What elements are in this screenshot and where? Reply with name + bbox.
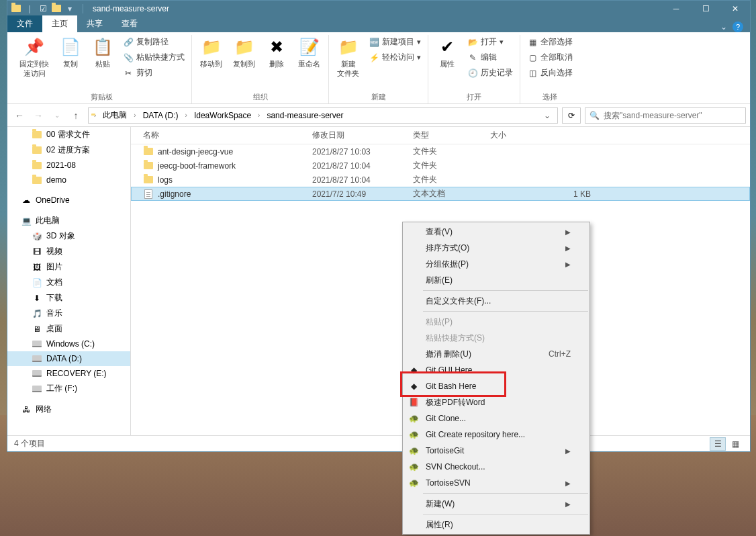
move-to-button[interactable]: 📁移动到 [196,35,226,70]
menu-item[interactable]: 刷新(E) [403,272,589,288]
file-row[interactable]: jeecg-boot-framework2021/8/27 10:04文件夹 [131,159,750,173]
edit-icon: ✎ [467,52,478,63]
chevron-right-icon[interactable]: › [184,111,189,119]
nav-item[interactable]: ⬇下载 [7,290,130,306]
nav-item[interactable]: 🎵音乐 [7,306,130,321]
open-button[interactable]: 📂打开 ▾ [465,35,516,49]
refresh-button[interactable]: ⟳ [562,107,581,124]
nav-item[interactable]: 🖥桌面 [7,321,130,337]
file-size: 1 KB [490,189,591,199]
menu-item[interactable]: 📕极速PDF转Word [403,394,589,410]
nav-item[interactable]: DATA (D:) [7,351,130,366]
nav-item[interactable]: 💻此电脑 [7,213,130,228]
tab-home[interactable]: 主页 [42,15,77,32]
breadcrumb-segment[interactable]: DATA (D:) [139,109,183,122]
drive-icon [32,353,42,364]
nav-item[interactable]: 🖼图片 [7,259,130,275]
nav-item[interactable]: ☁OneDrive [7,193,130,208]
menu-item[interactable]: 🐢Git Create repository here... [403,427,589,443]
address-box[interactable]: › 此电脑›DATA (D:)›IdeaWorkSpace›sand-measu… [88,107,558,124]
properties-button[interactable]: ✔属性 [432,35,462,70]
forward-button[interactable]: → [30,107,46,124]
breadcrumb-segment[interactable]: IdeaWorkSpace [190,109,255,122]
view-icons-button[interactable]: ▦ [727,437,743,451]
close-button[interactable]: ✕ [720,1,750,16]
menu-item[interactable]: ◆Git GUI Here [403,362,589,378]
file-row[interactable]: .gitignore2021/7/2 10:49文本文档1 KB [131,187,750,201]
view-details-button[interactable]: ☰ [710,437,726,451]
nav-item[interactable]: demo [7,173,130,187]
chevron-right-icon[interactable]: › [93,111,97,119]
qat-dropdown-icon[interactable]: ▾ [64,3,76,15]
easy-access-button[interactable]: ⚡轻松访问 ▾ [366,50,424,64]
new-folder-button[interactable]: 📁新建 文件夹 [333,35,363,79]
file-row[interactable]: ant-design-jeecg-vue2021/8/27 10:03文件夹 [131,144,750,159]
search-box[interactable]: 🔍 [585,107,746,124]
edit-button[interactable]: ✎编辑 [465,50,516,64]
menu-item[interactable]: 新建(W)▶ [403,496,589,512]
nav-item[interactable]: 📄文档 [7,275,130,290]
select-all-button[interactable]: ▦全部选择 [524,35,575,49]
nav-item[interactable]: 2021-08 [7,158,130,173]
column-header-type[interactable]: 类型 [413,130,490,141]
navigation-pane[interactable]: 00 需求文件02 进度方案2021-08demo☁OneDrive💻此电脑🎲3… [7,127,131,435]
tab-view[interactable]: 查看 [112,15,147,32]
maximize-button[interactable]: ☐ [691,1,720,16]
minimize-button[interactable]: ─ [661,1,691,16]
menu-item[interactable]: 🐢Git Clone... [403,410,589,427]
pin-quick-access-button[interactable]: 📌 固定到快 速访问 [15,35,53,79]
breadcrumb-segment[interactable]: sand-measure-server [263,109,347,122]
copy-button[interactable]: 📄 复制 [56,35,85,70]
menu-label: 自定义文件夹(F)... [426,296,491,307]
cut-button[interactable]: ✂剪切 [120,66,187,80]
nav-item[interactable]: RECOVERY (E:) [7,366,130,381]
group-label-open: 打开 [467,89,481,103]
history-button[interactable]: 🕘历史记录 [465,66,516,80]
copy-to-button[interactable]: 📁复制到 [229,35,259,70]
menu-item[interactable]: 属性(R) [403,517,589,533]
menu-item[interactable]: 🐢TortoiseGit▶ [403,443,589,459]
nav-item[interactable]: 00 需求文件 [7,127,130,142]
copy-path-button[interactable]: 🔗复制路径 [120,35,187,49]
breadcrumb-segment[interactable]: 此电脑 [99,108,131,122]
menu-item[interactable]: ◆Git Bash Here [403,378,589,394]
rename-button[interactable]: 📝重命名 [294,35,324,70]
folder-icon[interactable] [50,3,62,15]
back-button[interactable]: ← [11,107,28,124]
paste-button[interactable]: 📋 粘贴 [88,35,117,70]
menu-item[interactable]: 🐢SVN Checkout... [403,459,589,475]
nav-item[interactable]: 工作 (F:) [7,381,130,396]
paste-shortcut-button[interactable]: 📎粘贴快捷方式 [120,50,187,64]
new-item-button[interactable]: 🆕新建项目 ▾ [366,35,424,49]
column-header-date[interactable]: 修改日期 [312,130,413,141]
qat-checkbox-icon[interactable]: ☑ [37,3,49,15]
up-button[interactable]: ↑ [68,107,84,124]
search-input[interactable] [604,111,741,120]
invert-selection-button[interactable]: ◫反向选择 [524,66,575,80]
nav-item[interactable]: Windows (C:) [7,337,130,351]
recent-dropdown[interactable]: ⌄ [49,107,65,124]
file-row[interactable]: logs2021/8/27 10:04文件夹 [131,173,750,187]
menu-item[interactable]: 分组依据(P)▶ [403,256,589,272]
column-header-size[interactable]: 大小 [490,130,596,141]
column-header-name[interactable]: 名称 [143,130,312,141]
delete-button[interactable]: ✖删除 [262,35,291,70]
select-none-button[interactable]: ▢全部取消 [524,50,575,64]
menu-item[interactable]: 自定义文件夹(F)... [403,293,589,309]
menu-item[interactable]: 🐢TortoiseSVN▶ [403,475,589,491]
tab-file[interactable]: 文件 [7,15,42,32]
menu-item[interactable]: 撤消 删除(U)Ctrl+Z [403,346,589,362]
help-icon[interactable]: ? [733,21,743,32]
nav-item[interactable]: 🖧网络 [7,402,130,417]
chevron-right-icon[interactable]: › [256,111,261,119]
collapse-ribbon-icon[interactable]: ⌄ [720,22,727,32]
nav-item[interactable]: 🎞视频 [7,244,130,259]
chevron-right-icon[interactable]: › [132,111,137,119]
tab-share[interactable]: 共享 [77,15,112,32]
address-dropdown-icon[interactable]: ⌄ [540,111,555,120]
nav-item[interactable]: 🎲3D 对象 [7,228,130,244]
menu-item[interactable]: 查看(V)▶ [403,224,589,240]
menu-item[interactable]: 排序方式(O)▶ [403,240,589,256]
item-count: 4 个项目 [14,438,45,449]
nav-item[interactable]: 02 进度方案 [7,142,130,158]
